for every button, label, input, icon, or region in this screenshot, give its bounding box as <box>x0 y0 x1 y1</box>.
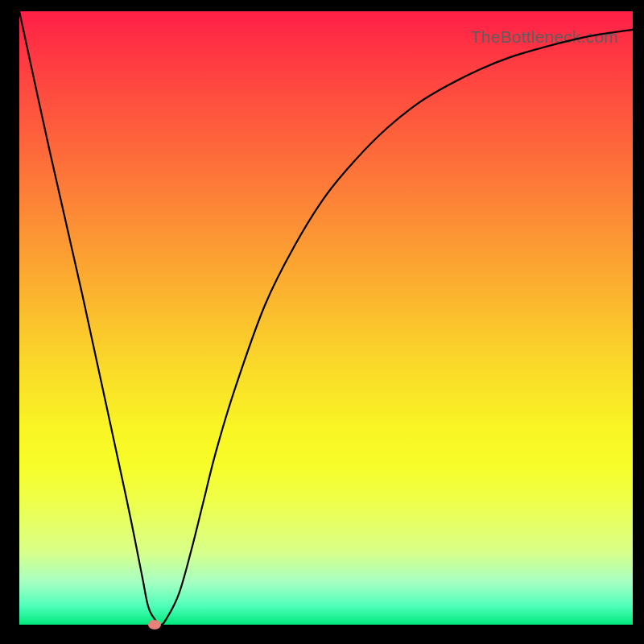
plot-area: TheBottleneck.com <box>19 11 633 625</box>
chart-container: TheBottleneck.com <box>0 0 644 644</box>
optimum-marker <box>148 620 161 630</box>
bottleneck-curve <box>19 11 633 625</box>
